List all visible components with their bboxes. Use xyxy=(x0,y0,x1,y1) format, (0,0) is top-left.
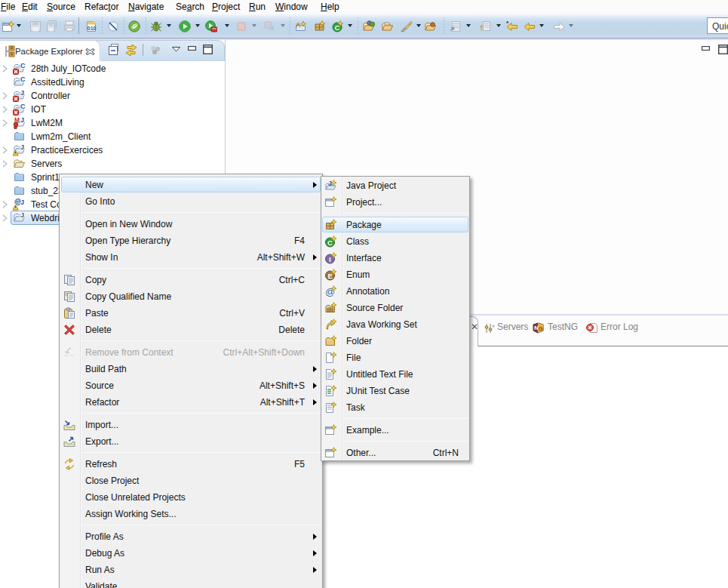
svg-text:C: C xyxy=(20,75,26,83)
svg-text:C: C xyxy=(20,103,26,110)
svg-text:A: A xyxy=(296,21,301,29)
svg-text:J: J xyxy=(20,143,24,151)
svg-text:E: E xyxy=(328,272,333,280)
svg-text:C: C xyxy=(327,239,333,247)
svg-text:C: C xyxy=(20,62,26,69)
svg-text:J: J xyxy=(20,89,24,97)
svg-text:J: J xyxy=(20,116,24,124)
svg-text:G: G xyxy=(539,325,543,332)
svg-text:J: J xyxy=(20,199,24,206)
svg-text:I: I xyxy=(329,255,331,263)
svg-text:010: 010 xyxy=(88,26,97,31)
svg-text:J: J xyxy=(328,180,332,187)
svg-text:J: J xyxy=(20,211,24,219)
